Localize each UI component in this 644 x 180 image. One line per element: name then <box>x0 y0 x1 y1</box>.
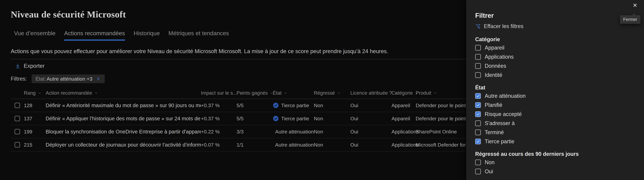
header-produit[interactable]: Produit <box>416 90 466 96</box>
tab-metriques-et-tendances[interactable]: Métriques et tendances <box>168 30 229 41</box>
clear-filters-label: Effacer les filtres <box>484 23 523 29</box>
cell-state: Tierce partie <box>273 115 314 121</box>
tab-historique[interactable]: Historique <box>134 30 160 41</box>
cell-rank: 215 <box>24 142 46 148</box>
table-row[interactable]: 128 Définir « Antériorité maximale du mo… <box>11 99 466 112</box>
cell-impact: +0.07 % <box>201 142 236 148</box>
header-rang[interactable]: Rang <box>24 90 46 96</box>
cell-regressed: Non <box>314 129 350 135</box>
filter-option-oui[interactable]: Oui <box>475 168 635 175</box>
checkbox-icon <box>475 45 481 51</box>
section-divider <box>11 59 466 59</box>
cell-action-title[interactable]: Définir « Antériorité maximale du mot de… <box>46 102 201 108</box>
cell-product: SharePoint Online <box>416 129 466 135</box>
filter-section-etat: État <box>475 84 635 91</box>
filter-chip-value: Autre atténuation +3 <box>46 76 92 82</box>
header-licence-attribuee[interactable]: Licence attribuée ? <box>350 90 392 96</box>
sort-chevron-icon <box>38 91 42 95</box>
header-points-gagnes[interactable]: Points gagnés <box>236 90 273 96</box>
regresse-options: Non Oui <box>475 159 635 175</box>
row-checkbox[interactable] <box>14 142 20 147</box>
filter-option-termine[interactable]: Terminé <box>475 129 635 136</box>
header-regresse[interactable]: Régressé <box>314 90 350 96</box>
checkbox-icon <box>475 159 481 165</box>
cell-category: Applications <box>392 142 416 148</box>
state-label: Tierce partie <box>281 103 309 108</box>
cell-impact: +0.37 % <box>201 103 236 108</box>
filter-option-planifie[interactable]: Planifié <box>475 102 635 108</box>
filter-option-non[interactable]: Non <box>475 159 635 166</box>
checkbox-checked-icon <box>475 93 481 99</box>
categorie-options: Appareil Applications Données Identité <box>475 45 635 78</box>
cell-action-title[interactable]: Déployer un collecteur de journaux pour … <box>46 142 201 148</box>
checkbox-checked-icon <box>475 111 481 117</box>
export-label: Exporter <box>24 63 44 69</box>
sort-chevron-icon <box>94 91 98 95</box>
table-row[interactable]: 137 Définir « Appliquer l’historique des… <box>11 112 466 125</box>
filter-option-applications[interactable]: Applications <box>475 54 635 60</box>
close-tooltip: Fermer <box>620 15 640 24</box>
row-checkbox[interactable] <box>14 116 20 121</box>
cell-regressed: Non <box>314 142 350 148</box>
table-row[interactable]: 199 Bloquer la synchronisation de OneDri… <box>11 125 466 138</box>
cell-category: Appareil <box>392 103 416 108</box>
state-label: Tierce partie <box>281 116 309 121</box>
header-impact[interactable]: Impact sur le s... <box>201 90 236 96</box>
checkbox-icon <box>475 169 481 174</box>
table-header-row: Rang Action recommandée Impact sur le s.… <box>11 87 466 99</box>
header-categorie[interactable]: Catégorie <box>392 90 416 96</box>
cell-rank: 199 <box>24 129 46 135</box>
close-button[interactable]: ✕ <box>631 2 639 9</box>
checkbox-icon <box>475 129 481 135</box>
filter-chip-etat[interactable]: État: Autre atténuation +3 <box>32 74 105 83</box>
chip-dismiss-icon[interactable] <box>96 76 101 81</box>
etat-options: Autre atténuation Planifié Risque accept… <box>475 93 635 145</box>
filter-option-donnees[interactable]: Données <box>475 63 635 69</box>
cell-action-title[interactable]: Bloquer la synchronisation de OneDrive E… <box>46 129 201 135</box>
sort-chevron-icon <box>284 91 288 95</box>
cell-impact: +0.22 % <box>201 129 236 135</box>
row-checkbox[interactable] <box>14 129 20 134</box>
table-row[interactable]: 215 Déployer un collecteur de journaux p… <box>11 138 466 151</box>
cell-rank: 128 <box>24 103 46 108</box>
checkbox-icon <box>475 54 481 60</box>
header-etat[interactable]: État <box>273 90 314 96</box>
header-action-recommandee[interactable]: Action recommandée <box>46 90 201 96</box>
filter-option-tierce-partie[interactable]: Tierce partie <box>475 138 635 145</box>
cell-license: Oui <box>350 129 392 135</box>
filters-label: Filtres: <box>11 76 27 82</box>
cell-rank: 137 <box>24 116 46 121</box>
filter-option-autre-attenuation[interactable]: Autre atténuation <box>475 93 635 99</box>
cell-regressed: Non <box>314 116 350 121</box>
state-label: Autre atténuation <box>275 129 314 135</box>
filter-option-risque-accepte[interactable]: Risque accepté <box>475 111 635 117</box>
filter-chip-prefix: État: <box>36 76 46 82</box>
tab-actions-recommandees[interactable]: Actions recommandées <box>64 30 125 41</box>
tab-vue-densemble[interactable]: Vue d’ensemble <box>14 30 56 41</box>
filter-option-appareil[interactable]: Appareil <box>475 45 635 51</box>
clear-filters-button[interactable]: Effacer les filtres <box>475 23 635 30</box>
checkbox-checked-icon <box>475 139 481 144</box>
filter-section-regresse: Régressé au cours des 90 derniers jours <box>475 151 635 157</box>
cell-points: 5/5 <box>236 103 273 108</box>
filter-option-sadresser-a[interactable]: S'adresser à <box>475 120 635 127</box>
filter-option-identite[interactable]: Identité <box>475 72 635 78</box>
cell-points: 5/5 <box>236 116 273 121</box>
cell-action-title[interactable]: Définir « Appliquer l’historique des mot… <box>46 115 201 121</box>
row-checkbox[interactable] <box>14 103 20 108</box>
tooltip-label: Fermer <box>623 17 637 22</box>
checkbox-icon <box>475 72 481 78</box>
checkbox-icon <box>475 63 481 69</box>
cell-license: Oui <box>350 103 392 108</box>
cell-points: 3/3 <box>236 129 273 135</box>
filter-dismiss-icon <box>475 23 481 29</box>
close-icon: ✕ <box>633 2 638 9</box>
cell-category: Appareil <box>392 116 416 121</box>
state-check-circle-icon <box>273 115 279 121</box>
cell-license: Oui <box>350 116 392 121</box>
cell-category: Applications <box>392 129 416 135</box>
cell-points: 1/1 <box>236 142 273 148</box>
cell-state: Autre atténuation <box>273 129 314 135</box>
filter-panel: ✕ Fermer Filtrer Effacer les filtres Cat… <box>466 0 644 180</box>
sort-chevron-icon <box>434 91 437 95</box>
